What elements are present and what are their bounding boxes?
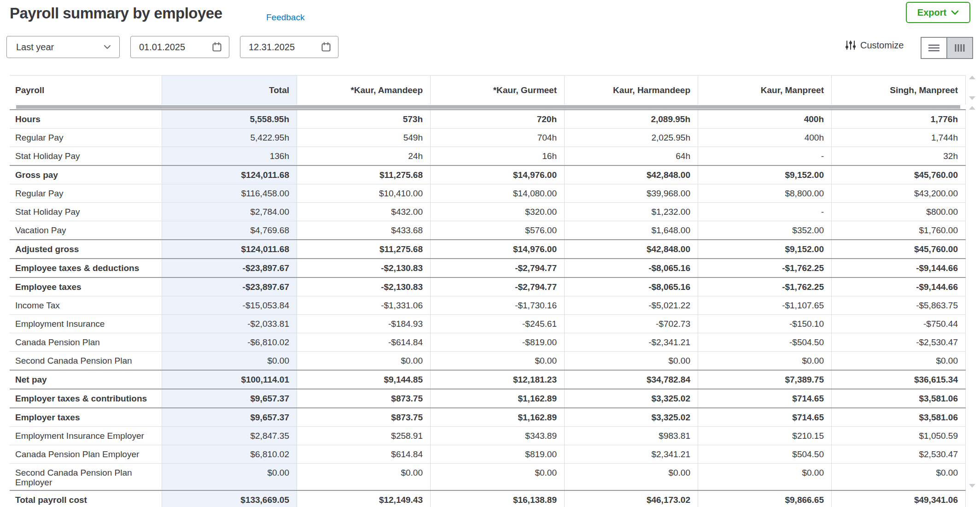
cell-value: $124,011.68: [162, 240, 297, 258]
horizontal-scrollbar-thumb[interactable]: [16, 105, 960, 109]
cell-value: $800.00: [832, 203, 966, 221]
row-label: Employee taxes & deductions: [10, 259, 162, 277]
scroll-down-arrow-icon[interactable]: [969, 96, 975, 100]
cell-value: 5,558.95h: [162, 110, 297, 128]
column-header: *Kaur, Amandeep: [297, 76, 431, 105]
horizontal-scrollbar[interactable]: [10, 105, 966, 109]
cell-value: $3,581.06: [832, 408, 966, 426]
cell-value: $16,138.89: [431, 491, 565, 507]
cell-value: $133,669.05: [162, 491, 297, 507]
row-label: Stat Holiday Pay: [10, 203, 162, 221]
cell-value: $258.91: [297, 427, 431, 445]
cell-value: $873.75: [297, 389, 431, 407]
payroll-table: PayrollTotal*Kaur, Amandeep*Kaur, Gurmee…: [10, 75, 966, 507]
cell-value: $9,866.65: [698, 491, 832, 507]
table-row: Vacation Pay$4,769.68$433.68$576.00$1,64…: [10, 221, 966, 239]
cell-value: $14,080.00: [431, 184, 565, 202]
cell-value: $9,657.37: [162, 389, 297, 407]
export-button[interactable]: Export: [906, 2, 970, 23]
cell-value: -$614.84: [297, 333, 431, 351]
start-date-input[interactable]: 01.01.2025: [130, 36, 229, 58]
cell-value: -$2,794.77: [431, 278, 565, 296]
scroll-up-arrow-icon[interactable]: [969, 76, 975, 79]
period-select[interactable]: Last year: [6, 36, 120, 58]
cell-value: $9,144.85: [297, 371, 431, 389]
cell-value: $45,760.00: [832, 240, 966, 258]
table-row: Canada Pension Plan-$6,810.02-$614.84-$8…: [10, 333, 966, 351]
cell-value: -$9,144.66: [832, 278, 966, 296]
cell-value: -$5,863.75: [832, 296, 966, 314]
cell-value: 573h: [297, 110, 431, 128]
table-row: Regular Pay$116,458.00$10,410.00$14,080.…: [10, 184, 966, 202]
table-row: Employment Insurance-$2,033.81-$184.93-$…: [10, 314, 966, 333]
scroll-up-arrow-icon[interactable]: [969, 106, 975, 110]
cell-value: $45,760.00: [832, 166, 966, 184]
cell-value: $343.89: [431, 427, 565, 445]
column-header: Singh, Manpreet: [832, 76, 966, 105]
cell-value: 136h: [162, 147, 297, 165]
cell-value: -$184.93: [297, 315, 431, 333]
table-row: Adjusted gross$124,011.68$11,275.68$14,9…: [10, 239, 966, 258]
cell-value: $6,810.02: [162, 445, 297, 463]
column-header: *Kaur, Gurmeet: [431, 76, 565, 105]
cell-value: -$1,762.25: [698, 278, 832, 296]
cell-value: $0.00: [431, 464, 565, 490]
cell-value: -$750.44: [832, 315, 966, 333]
cell-value: -$1,331.06: [297, 296, 431, 314]
cell-value: $14,976.00: [431, 166, 565, 184]
table-row: Employee taxes-$23,897.67-$2,130.83-$2,7…: [10, 277, 966, 296]
column-header: Kaur, Manpreet: [698, 76, 832, 105]
cell-value: $0.00: [565, 464, 698, 490]
customize-button[interactable]: Customize: [845, 40, 904, 51]
table-row: Hours5,558.95h573h720h2,089.95h400h1,776…: [10, 109, 966, 128]
cell-value: $714.65: [698, 389, 832, 407]
table-row: Second Canada Pension Plan$0.00$0.00$0.0…: [10, 351, 966, 370]
cell-value: $116,458.00: [162, 184, 297, 202]
calendar-icon: [211, 41, 222, 53]
table-row: Second Canada Pension Plan Employer$0.00…: [10, 463, 966, 490]
cell-value: $0.00: [698, 464, 832, 490]
end-date-input[interactable]: 12.31.2025: [240, 36, 338, 58]
cell-value: $432.00: [297, 203, 431, 221]
cell-value: -$8,065.16: [565, 278, 698, 296]
table-row: Gross pay$124,011.68$11,275.68$14,976.00…: [10, 165, 966, 184]
view-toggle-group: [921, 37, 973, 59]
row-label: Employer taxes & contributions: [10, 389, 162, 407]
cell-value: 400h: [698, 110, 832, 128]
table-row: Employer taxes & contributions$9,657.37$…: [10, 389, 966, 407]
cell-value: $576.00: [431, 221, 565, 239]
list-view-button[interactable]: [922, 38, 947, 58]
scroll-down-arrow-icon[interactable]: [969, 484, 975, 488]
cell-value: $42,848.00: [565, 240, 698, 258]
cell-value: $1,760.00: [832, 221, 966, 239]
cell-value: $3,325.02: [565, 389, 698, 407]
cell-value: -: [698, 147, 832, 165]
table-body: Hours5,558.95h573h720h2,089.95h400h1,776…: [10, 109, 966, 507]
table-row: Total payroll cost$133,669.05$12,149.43$…: [10, 490, 966, 507]
cell-value: $14,976.00: [431, 240, 565, 258]
cell-value: $0.00: [297, 352, 431, 370]
chevron-down-icon: [951, 10, 959, 15]
sliders-icon: [845, 40, 856, 51]
cell-value: $2,341.21: [565, 445, 698, 463]
cell-value: -$702.73: [565, 315, 698, 333]
row-label: Income Tax: [10, 296, 162, 314]
table-row: Canada Pension Plan Employer$6,810.02$61…: [10, 445, 966, 463]
cell-value: $2,530.47: [832, 445, 966, 463]
cell-value: $11,275.68: [297, 240, 431, 258]
feedback-link[interactable]: Feedback: [266, 12, 304, 23]
cell-value: $0.00: [297, 464, 431, 490]
row-label: Total payroll cost: [10, 491, 162, 507]
row-label: Net pay: [10, 371, 162, 389]
calendar-icon: [321, 41, 332, 53]
table-row: Stat Holiday Pay$2,784.00$432.00$320.00$…: [10, 202, 966, 221]
cell-value: $1,232.00: [565, 203, 698, 221]
cell-value: -$2,033.81: [162, 315, 297, 333]
cell-value: $819.00: [431, 445, 565, 463]
column-view-button[interactable]: [947, 38, 972, 58]
cell-value: -$819.00: [431, 333, 565, 351]
cell-value: $9,152.00: [698, 240, 832, 258]
cell-value: -$2,794.77: [431, 259, 565, 277]
cell-value: $11,275.68: [297, 166, 431, 184]
columns-icon: [953, 43, 967, 53]
